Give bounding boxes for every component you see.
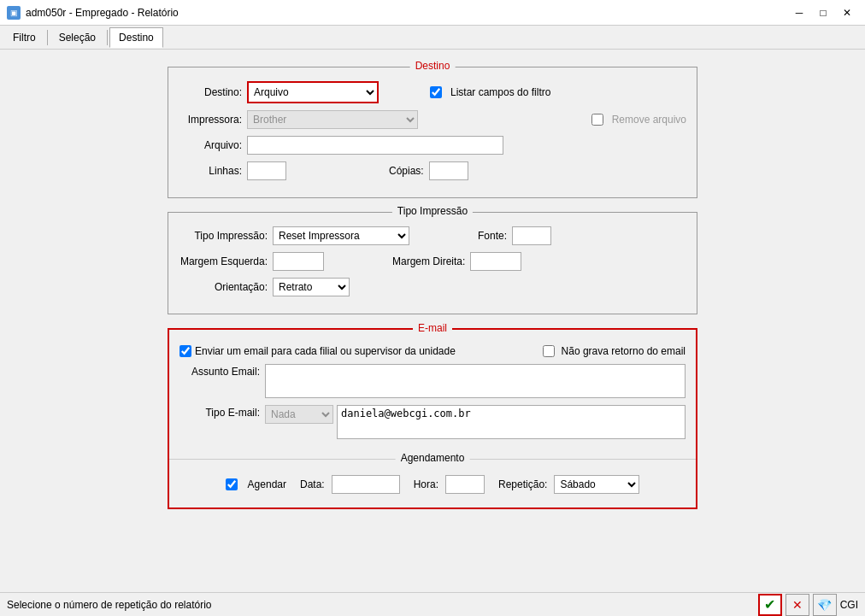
email-panel-content: Enviar um email para cada filial ou supe… bbox=[169, 330, 696, 459]
destino-select[interactable]: Arquivo Impressora Email Tela bbox=[249, 83, 377, 102]
hora-label: Hora: bbox=[414, 478, 438, 490]
margem-esq-input[interactable]: 0.0 cm bbox=[273, 252, 324, 271]
nao-grava-checkbox[interactable] bbox=[543, 345, 555, 357]
orientacao-select[interactable]: Retrato Paisagem bbox=[273, 278, 350, 296]
impressora-label: Impressora: bbox=[179, 114, 247, 126]
window-controls: ─ □ ✕ bbox=[788, 4, 858, 21]
status-text: Selecione o número de repetição do relat… bbox=[7, 599, 211, 611]
menu-selecao[interactable]: Seleção bbox=[50, 27, 105, 48]
copias-input[interactable]: 1 bbox=[429, 161, 468, 180]
enviar-row: Enviar um email para cada filial ou supe… bbox=[179, 345, 686, 357]
menu-separator-1 bbox=[47, 30, 48, 45]
linhas-row: Linhas: 70 Cópias: 1 bbox=[179, 161, 686, 180]
hora-input[interactable]: 09:01 bbox=[445, 475, 485, 494]
app-icon: ▣ bbox=[7, 6, 21, 20]
impressora-select[interactable]: Brother bbox=[247, 110, 418, 129]
fonte-label: Fonte: bbox=[478, 230, 507, 242]
margem-dir-input[interactable]: 0.0 cm bbox=[470, 252, 521, 271]
toolbar-buttons: ✔ ✕ 💎 CGI bbox=[758, 594, 858, 616]
assunto-label: Assunto Email: bbox=[179, 364, 265, 378]
repeticao-select[interactable]: Sábado Diário Semanal Mensal bbox=[554, 475, 639, 494]
enviar-label: Enviar um email para cada filial ou supe… bbox=[195, 345, 456, 357]
close-button[interactable]: ✕ bbox=[836, 4, 858, 21]
cancel-button[interactable]: ✕ bbox=[786, 594, 809, 616]
tipo-label: Tipo Impressão: bbox=[179, 230, 273, 242]
main-content: Destino Destino: Arquivo Impressora Emai… bbox=[0, 50, 865, 592]
destino-row: Destino: Arquivo Impressora Email Tela L… bbox=[179, 81, 686, 103]
destino-select-wrapper: Arquivo Impressora Email Tela bbox=[247, 81, 379, 103]
repeticao-label: Repetição: bbox=[498, 478, 547, 490]
arquivo-label: Arquivo: bbox=[179, 139, 247, 151]
data-input[interactable]: 07/10/2020 bbox=[332, 475, 400, 494]
email-textarea[interactable] bbox=[337, 405, 686, 439]
destino-panel-title: Destino bbox=[410, 60, 456, 72]
tipo-impressao-title: Tipo Impressão bbox=[392, 205, 473, 217]
impressora-row: Impressora: Brother Remove arquivo bbox=[179, 110, 686, 129]
menu-separator-2 bbox=[107, 30, 108, 45]
nao-grava-group: Não grava retorno do email bbox=[543, 345, 686, 357]
email-panel-title: E-mail bbox=[413, 322, 452, 334]
form-wrapper: Destino Destino: Arquivo Impressora Emai… bbox=[168, 67, 697, 509]
enviar-checkbox[interactable] bbox=[179, 345, 191, 357]
listar-campos-checkbox[interactable] bbox=[430, 86, 442, 98]
remove-arquivo-checkbox[interactable] bbox=[591, 114, 603, 126]
linhas-input[interactable]: 70 bbox=[247, 161, 286, 180]
agendamento-title: Agendamento bbox=[396, 452, 470, 464]
tipo-email-select[interactable]: Nada bbox=[265, 405, 333, 424]
email-agendamento-wrapper: E-mail Enviar um email para cada filial … bbox=[168, 328, 697, 509]
orientacao-row: Orientação: Retrato Paisagem bbox=[179, 278, 686, 296]
agendar-label: Agendar bbox=[248, 478, 286, 490]
listar-campos-label: Listar campos do filtro bbox=[450, 86, 550, 98]
save-button[interactable]: ✔ bbox=[758, 594, 782, 616]
menu-destino[interactable]: Destino bbox=[109, 27, 163, 48]
tipo-email-row: Tipo E-mail: Nada bbox=[179, 405, 686, 442]
cgi-button[interactable]: 💎 bbox=[813, 594, 837, 616]
remove-arquivo-label: Remove arquivo bbox=[612, 114, 686, 126]
nao-grava-label: Não grava retorno do email bbox=[562, 345, 686, 357]
agendamento-row: Agendar Data: 07/10/2020 Hora: 09:01 Rep… bbox=[179, 475, 686, 494]
assunto-row: Assunto Email: bbox=[179, 364, 686, 398]
tipo-email-label: Tipo E-mail: bbox=[179, 405, 265, 419]
maximize-button[interactable]: □ bbox=[812, 4, 834, 21]
agendamento-content: Agendar Data: 07/10/2020 Hora: 09:01 Rep… bbox=[169, 460, 696, 507]
cgi-label: CGI bbox=[840, 599, 858, 611]
status-bar: Selecione o número de repetição do relat… bbox=[0, 592, 865, 616]
orientacao-label: Orientação: bbox=[179, 281, 273, 293]
arquivo-row: Arquivo: lst/adm050r.001 bbox=[179, 136, 686, 155]
assunto-textarea[interactable] bbox=[265, 364, 686, 398]
gem-icon: 💎 bbox=[817, 598, 832, 612]
email-input-wrapper bbox=[337, 405, 686, 442]
remove-arquivo-group: Remove arquivo bbox=[591, 114, 686, 126]
fonte-input[interactable]: 10 bbox=[512, 226, 551, 245]
cancel-icon: ✕ bbox=[792, 598, 803, 612]
arquivo-input[interactable]: lst/adm050r.001 bbox=[247, 136, 503, 155]
tipo-select[interactable]: Reset Impressora bbox=[273, 226, 409, 245]
tipo-impressao-panel: Tipo Impressão Tipo Impressão: Reset Imp… bbox=[168, 212, 697, 314]
destino-label: Destino: bbox=[179, 86, 247, 98]
destino-panel: Destino Destino: Arquivo Impressora Emai… bbox=[168, 67, 697, 198]
assunto-input-wrapper bbox=[265, 364, 686, 398]
copias-label: Cópias: bbox=[389, 165, 424, 177]
data-label: Data: bbox=[300, 478, 325, 490]
email-section: E-mail Enviar um email para cada filial … bbox=[169, 330, 696, 459]
destino-panel-content: Destino: Arquivo Impressora Email Tela L… bbox=[168, 67, 697, 197]
linhas-label: Linhas: bbox=[179, 165, 247, 177]
window-title: adm050r - Empregado - Relatório bbox=[26, 7, 179, 19]
margem-dir-label: Margem Direita: bbox=[392, 255, 465, 267]
save-icon: ✔ bbox=[764, 596, 775, 613]
listar-campos-group: Listar campos do filtro bbox=[430, 86, 550, 98]
menu-filtro[interactable]: Filtro bbox=[3, 27, 45, 48]
agendamento-section: Agendamento Agendar Data: 07/10/2020 Hor… bbox=[169, 460, 696, 507]
margem-esq-label: Margem Esquerda: bbox=[179, 255, 273, 267]
agendar-checkbox[interactable] bbox=[226, 478, 238, 490]
menu-bar: Filtro Seleção Destino bbox=[0, 26, 865, 50]
tipo-row: Tipo Impressão: Reset Impressora Fonte: … bbox=[179, 226, 686, 245]
minimize-button[interactable]: ─ bbox=[788, 4, 810, 21]
margem-row: Margem Esquerda: 0.0 cm Margem Direita: … bbox=[179, 252, 686, 271]
tipo-impressao-content: Tipo Impressão: Reset Impressora Fonte: … bbox=[168, 213, 697, 314]
title-bar: ▣ adm050r - Empregado - Relatório ─ □ ✕ bbox=[0, 0, 865, 26]
